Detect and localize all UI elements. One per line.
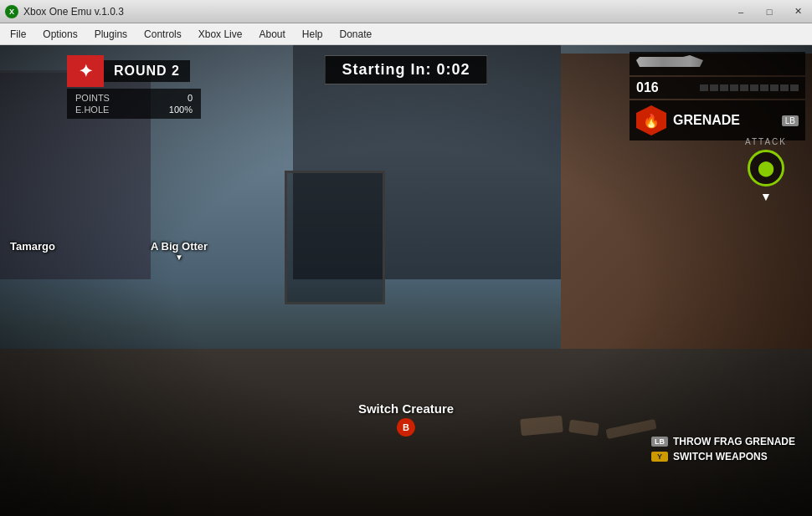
timer-text: Starting In: 0:02 [342,61,470,78]
app-icon-letter: X [9,8,14,16]
window-controls: – □ ✕ [727,0,812,23]
player-bigotter: A Big Otter ▼ [151,240,208,262]
player-tamargo: Tamargo [10,240,55,253]
attack-label: ATTACK [745,137,787,146]
points-label: POINTS [75,93,110,103]
ammo-row: 016 [630,77,805,99]
game-viewport: ✦ ROUND 2 POINTS 0 E.HOLE 100% Starting … [0,45,812,516]
app-title: Xbox One Emu v.1.0.3 [23,6,124,18]
ammo-pip-10 [790,84,799,91]
ammo-pip-5 [740,84,748,91]
weapon-name: GRENADE [673,113,775,128]
hud-attack: ATTACK ⬤ ▼ [745,137,787,203]
switch-creature-hud: Switch Creature B [358,401,454,437]
menu-file[interactable]: File [2,25,34,43]
control-hint-2: Y SWITCH WEAPONS [651,451,795,462]
switch-creature-label: Switch Creature [358,401,454,416]
debris-pile-2 [569,420,600,437]
points-value: 0 [188,93,193,103]
round-icon: ✦ [67,55,104,87]
attack-circle: ⬤ [748,150,784,186]
maximize-button[interactable]: □ [755,0,784,23]
ammo-pip-4 [730,84,738,91]
hud-round: ✦ ROUND 2 [67,55,190,87]
title-bar-left: X Xbox One Emu v.1.0.3 [0,5,124,18]
menu-options[interactable]: Options [34,25,85,43]
hud-stats: POINTS 0 E.HOLE 100% [67,89,201,119]
hud-controls: LB THROW FRAG GRENADE Y SWITCH WEAPONS [651,436,795,466]
hud-weapon: 016 🔥 GRENADE LB [630,52,805,140]
hud-timer: Starting In: 0:02 [324,55,487,84]
ammo-pip-2 [710,84,718,91]
control-hint-2-text: SWITCH WEAPONS [673,451,768,462]
control-hint-1-text: THROW FRAG GRENADE [673,436,795,447]
menu-bar: File Options Plugins Controls Xbox Live … [0,23,812,45]
app-icon: X [5,5,18,18]
ammo-number: 016 [636,80,659,95]
title-bar: X Xbox One Emu v.1.0.3 – □ ✕ [0,0,812,23]
menu-help[interactable]: Help [294,25,331,43]
debris-pile-1 [520,416,563,436]
round-info: ROUND 2 [104,60,190,82]
ehole-label: E.HOLE [75,105,109,115]
ammo-pip-3 [720,84,728,91]
ammo-pip-7 [760,84,768,91]
ammo-pip-6 [750,84,758,91]
gate [285,171,385,304]
ammo-pip-1 [700,84,708,91]
control-hint-1: LB THROW FRAG GRENADE [651,436,795,447]
ammo-pip-8 [770,84,779,91]
menu-xboxlive[interactable]: Xbox Live [190,25,251,43]
attack-arrow-icon: ▼ [760,190,772,203]
weapon-button-badge: LB [782,115,799,126]
menu-controls[interactable]: Controls [136,25,190,43]
menu-donate[interactable]: Donate [331,25,381,43]
gun-row [630,52,805,75]
menu-plugins[interactable]: Plugins [86,25,136,43]
y-badge: Y [651,452,668,462]
b-button-icon: B [397,418,415,437]
minimize-button[interactable]: – [727,0,755,23]
grenade-flame-icon: 🔥 [643,113,660,129]
round-label: ROUND 2 [114,64,180,78]
grenade-row: 🔥 GRENADE LB [630,100,805,140]
grenade-icon: 🔥 [636,105,666,135]
points-row: POINTS 0 [75,93,193,103]
bigotter-arrow-icon: ▼ [151,253,208,262]
close-button[interactable]: ✕ [784,0,812,23]
attack-circle-icon: ⬤ [758,159,774,177]
ammo-pip-9 [780,84,789,91]
menu-about[interactable]: About [250,25,293,43]
round-cross-icon: ✦ [79,61,93,81]
lb-badge-1: LB [651,437,668,447]
ehole-row: E.HOLE 100% [75,105,193,115]
ammo-bar [700,84,799,91]
ehole-value: 100% [169,105,193,115]
debris-pile-3 [605,419,656,439]
gun-icon [636,55,703,72]
